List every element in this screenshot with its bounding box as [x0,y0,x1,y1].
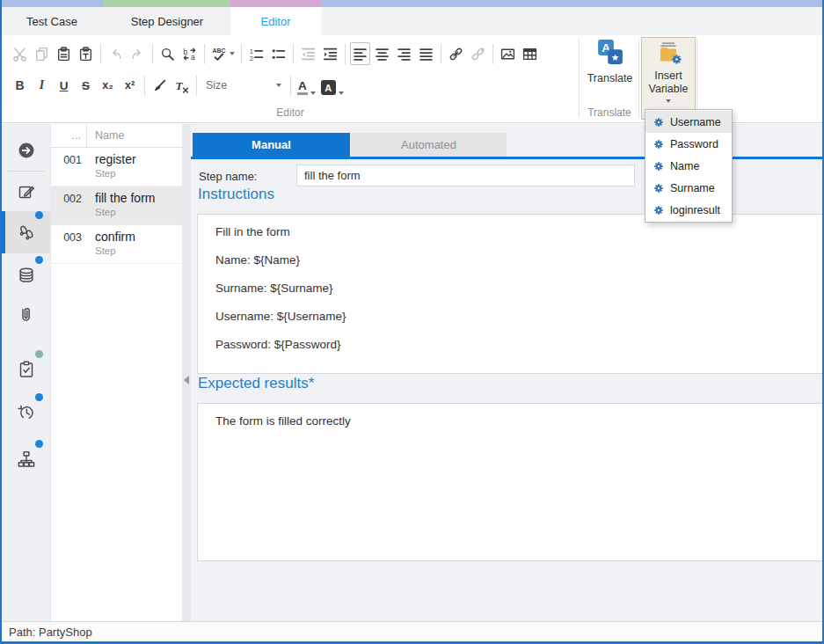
insert-variable-button[interactable]: Insert Variable [641,37,696,120]
variable-item-name[interactable]: Name [645,155,732,177]
redo-icon [130,47,145,62]
variable-item-surname[interactable]: Surname [645,177,732,199]
ribbon-row-2: BIUSx₂x²TSizeAA [9,74,346,97]
chevron-down-icon [339,91,344,95]
underline-button[interactable]: U [54,74,74,97]
instructions-editor[interactable]: Fill in the formName: ${Name}Surname: ${… [197,214,824,374]
bullet-list-button[interactable] [268,42,288,65]
chevron-down-icon [310,91,316,95]
sidebar-item-steps[interactable] [2,211,50,253]
variable-item-username[interactable]: Username [645,111,732,133]
toolbar-separator [492,44,493,64]
indent-icon [323,47,338,62]
align-right-button[interactable] [394,42,414,65]
font-size-select[interactable]: Size [201,75,287,96]
sidebar-item-attachments[interactable] [2,296,50,334]
remove-format-button[interactable]: T [171,74,192,97]
align-left-button[interactable] [350,42,370,65]
underline-label: U [60,79,69,92]
paste-text-button[interactable] [76,42,96,65]
spellcheck-button[interactable]: ABC [209,42,237,65]
background-color-icon: A [321,80,336,95]
format-painter-icon [152,78,167,93]
image-button[interactable] [498,42,518,65]
insert-variable-button-label: Insert Variable [645,70,691,96]
editor-paragraph: Password: ${Password} [215,337,806,352]
justify-button[interactable] [416,42,436,65]
find-button[interactable] [157,42,178,65]
link-button[interactable] [446,42,466,65]
background-color-button[interactable]: A [321,76,344,95]
sidebar-item-hierarchy[interactable] [2,440,50,479]
strikethrough-button[interactable]: S [76,74,96,97]
link-icon [448,47,463,62]
toolbar-separator [290,76,291,96]
edit-icon [17,182,36,201]
gear-icon [653,160,665,172]
sidebar-item-history[interactable] [2,393,50,432]
unlink-button[interactable] [468,42,488,65]
sidebar-item-data[interactable] [2,256,50,295]
navigation-sidebar [2,124,50,621]
redo-button[interactable] [128,42,148,65]
attachments-icon [17,305,36,325]
step-row-001[interactable]: 001registerStep [51,148,182,187]
translate-button[interactable]: A★ Translate [582,39,638,102]
ribbon-row-1: baABC12 [9,40,541,67]
variable-item-password[interactable]: Password [645,133,732,155]
editor-group-label: Editor [2,106,579,119]
format-painter-button[interactable] [149,74,170,97]
replace-button[interactable]: ba [179,42,200,65]
panel-splitter[interactable] [182,124,191,621]
toolbar-separator [204,44,205,64]
toolbar-separator [152,44,153,64]
step-row-002[interactable]: 002fill the formStep [51,187,182,225]
editor-paragraph: Name: ${Name} [215,252,806,267]
sidebar-item-go[interactable] [2,131,50,170]
unlink-icon [470,47,485,62]
outdent-button[interactable] [298,42,318,65]
sidebar-item-checklist[interactable] [2,350,50,389]
editor-paragraph: Surname: ${Surname} [215,281,806,296]
gear-icon [653,204,665,216]
toolbar-separator [196,76,197,96]
collapse-panel-arrow-icon[interactable] [184,376,189,384]
variable-item-loginresult[interactable]: loginresult [645,199,732,221]
toolbar-separator [241,44,242,64]
subscript-button[interactable]: x₂ [98,74,118,97]
gear-icon [653,138,665,150]
undo-button[interactable] [106,42,126,65]
table-button[interactable] [520,42,540,65]
indent-button[interactable] [320,42,340,65]
translate-icon: A★ [597,39,623,68]
tab-manual[interactable]: Manual [193,133,350,157]
numbered-list-button[interactable]: 12 [246,42,266,65]
status-bar: Path: PartyShop [2,621,822,641]
insert-variable-dropdown: UsernamePasswordNameSurnameloginresult [645,109,733,223]
notification-dot [35,393,43,401]
paste-button[interactable] [54,42,74,65]
copy-button[interactable] [32,42,52,65]
tab-editor[interactable]: Editor [230,0,321,35]
notification-dot [35,440,43,448]
sidebar-item-edit[interactable] [2,172,50,211]
expected-results-editor[interactable]: The form is filled correctly [197,403,824,561]
align-center-button[interactable] [372,42,392,65]
editor-paragraph: Fill in the form [215,224,806,239]
tab-test-case[interactable]: Test Case [0,0,104,35]
paste-text-icon [78,47,93,62]
bold-button[interactable]: B [10,74,30,97]
tab-automated[interactable]: Automated [351,133,507,157]
superscript-button[interactable]: x² [120,74,140,97]
text-color-icon: A [297,80,308,95]
cut-button[interactable] [10,42,30,65]
svg-text:2: 2 [250,55,253,61]
editor-paragraph: Username: ${Username} [215,309,806,324]
italic-button[interactable]: I [32,74,52,97]
step-row-003[interactable]: 003confirmStep [51,225,182,264]
sidebar-divider [8,171,44,172]
text-color-button[interactable]: A [297,76,316,95]
step-name-input[interactable] [296,165,635,187]
tab-step-designer[interactable]: Step Designer [104,0,230,35]
variable-item-label: Password [670,138,718,150]
